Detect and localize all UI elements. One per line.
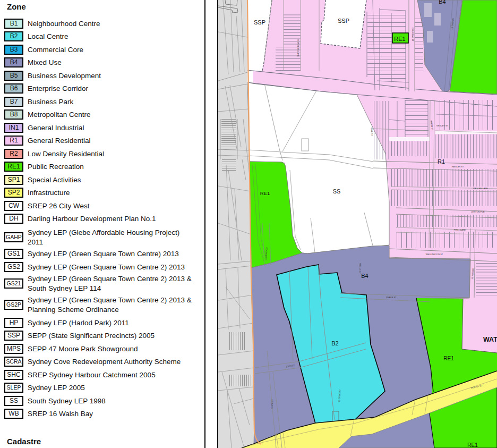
svg-text:RE1: RE1 [467, 442, 478, 448]
svg-text:WELLS ST: WELLS ST [358, 263, 362, 274]
svg-text:RE1: RE1 [443, 356, 454, 361]
svg-text:DOUGLAS ST: DOUGLAS ST [412, 28, 414, 41]
svg-text:VESCEY ST: VESCEY ST [436, 124, 449, 127]
svg-text:WYE ST: WYE ST [371, 128, 374, 136]
svg-text:WELLINGTON ST: WELLINGTON ST [426, 253, 443, 256]
svg-text:RE1: RE1 [394, 36, 405, 42]
svg-text:WAT: WAT [483, 336, 497, 343]
svg-text:SS: SS [333, 188, 341, 195]
svg-text:B4: B4 [361, 273, 368, 279]
svg-text:R1: R1 [438, 158, 445, 165]
svg-text:RAGLAN LANE: RAGLAN LANE [473, 187, 488, 190]
svg-text:SSP: SSP [338, 18, 349, 24]
svg-text:RAGLAN ST: RAGLAN ST [452, 165, 464, 168]
svg-text:PHILL LANE: PHILL LANE [454, 229, 466, 231]
svg-text:LENTON PDE: LENTON PDE [471, 210, 485, 213]
svg-text:SSP: SSP [254, 19, 265, 26]
svg-text:B2: B2 [331, 340, 338, 346]
svg-text:ST PETERS LANE: ST PETERS LANE [297, 39, 299, 57]
svg-text:PEAKE ST: PEAKE ST [386, 296, 397, 299]
svg-text:RE1: RE1 [260, 190, 270, 196]
svg-text:B4: B4 [439, 0, 445, 5]
